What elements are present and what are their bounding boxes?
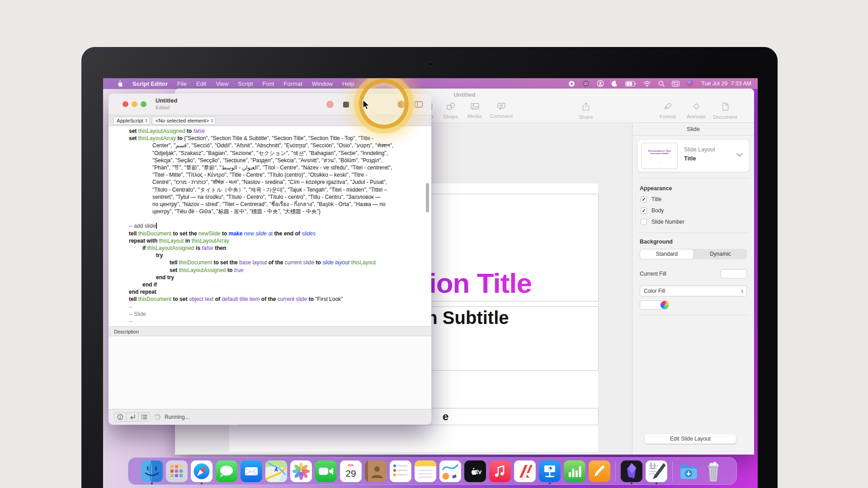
code-line[interactable]: end try bbox=[108, 274, 431, 281]
close-button[interactable] bbox=[123, 101, 128, 107]
battery-icon[interactable] bbox=[625, 81, 636, 87]
color-wheel-icon[interactable] bbox=[660, 301, 669, 309]
menu-item-script-editor[interactable]: Script Editor bbox=[132, 80, 168, 87]
siri-icon[interactable] bbox=[687, 80, 694, 87]
toolbar-animate-button[interactable]: Animate bbox=[682, 102, 711, 119]
dock-icon-downloads[interactable] bbox=[678, 459, 699, 484]
dock-icon-freeform[interactable] bbox=[439, 459, 461, 484]
code-line[interactable]: "Sekcja", "Seção", "Secção", "Secțiune",… bbox=[108, 157, 431, 164]
checkbox[interactable]: ✓ bbox=[641, 207, 647, 214]
code-line[interactable]: set thisLayoutAssigned to false bbox=[108, 127, 431, 135]
code-line[interactable]: -- bbox=[108, 318, 431, 325]
code-line[interactable]: центру", "Tiêu đề - Giữa", "标题 - 居中", "標… bbox=[108, 208, 431, 215]
apple-menu-icon[interactable] bbox=[117, 80, 123, 88]
code-line[interactable]: Centré", "כותרת - מרכז", "शीर्षक - मध्य"… bbox=[108, 178, 431, 186]
control-center-icon[interactable] bbox=[672, 81, 679, 87]
menu-item-edit[interactable]: Edit bbox=[196, 80, 206, 87]
minimize-button[interactable] bbox=[132, 101, 137, 107]
current-fill-swatch[interactable] bbox=[721, 269, 747, 278]
fill-type-select[interactable]: Color Fill ▲▼ bbox=[640, 286, 747, 296]
dock-icon-keynote[interactable] bbox=[539, 459, 561, 484]
segment-standard[interactable]: Standard bbox=[640, 249, 693, 259]
record-button[interactable] bbox=[326, 101, 334, 108]
focus-moon-icon[interactable] bbox=[611, 80, 618, 87]
show-log-button[interactable] bbox=[114, 413, 127, 421]
checkbox-row-slide-number[interactable]: Slide Number bbox=[641, 218, 684, 226]
dock-icon-calendar[interactable]: JUL29 bbox=[340, 459, 362, 484]
code-line[interactable]: -- bbox=[108, 303, 431, 310]
checkbox-row-title[interactable]: ✓Title bbox=[641, 195, 661, 203]
dock-icon-launchpad[interactable] bbox=[166, 459, 188, 484]
dock-icon-notes[interactable] bbox=[415, 459, 436, 484]
dock-icon-news[interactable] bbox=[514, 459, 536, 484]
checkbox[interactable]: ✓ bbox=[641, 196, 647, 202]
creative-cloud-icon[interactable] bbox=[582, 80, 590, 87]
code-line[interactable]: end repeat bbox=[108, 288, 431, 296]
code-line[interactable]: repeat with thisLayout in thisLayoutArra… bbox=[108, 237, 431, 244]
screen-record-icon[interactable] bbox=[568, 80, 575, 87]
menu-item-format[interactable]: Format bbox=[284, 80, 302, 87]
menu-item-window[interactable]: Window bbox=[312, 80, 333, 87]
show-result-button[interactable] bbox=[127, 413, 139, 421]
code-line[interactable]: "Titolo - Centrato", "タイトル（中央）", "제목 - 가… bbox=[108, 186, 431, 193]
dock-icon-tv[interactable]: tv bbox=[464, 459, 486, 484]
dock-icon-script-editor[interactable] bbox=[646, 459, 667, 484]
checkbox-row-body[interactable]: ✓Body bbox=[641, 206, 664, 215]
code-line[interactable]: tell thisDocument to set the base layout… bbox=[108, 259, 431, 266]
toolbar-media-button[interactable]: Media bbox=[460, 102, 489, 119]
code-line[interactable]: по центру", "Názov – stred", "Titel – Ce… bbox=[108, 201, 431, 208]
element-selector-popup[interactable]: <No selected element> ▲▼ bbox=[152, 117, 216, 125]
dock-icon-reminders[interactable] bbox=[390, 459, 411, 484]
dock-icon-trash[interactable] bbox=[703, 459, 724, 484]
menu-item-font[interactable]: Font bbox=[263, 80, 274, 87]
chevron-down-icon[interactable] bbox=[736, 152, 743, 158]
dock-icon-numbers[interactable] bbox=[564, 459, 585, 484]
code-line[interactable]: "Phần", "节", "章節", "章節", "العنوان - الوس… bbox=[108, 164, 431, 171]
dock-icon-finder[interactable] bbox=[141, 459, 163, 484]
menu-item-script[interactable]: Script bbox=[238, 80, 253, 87]
language-popup[interactable]: AppleScript ▲▼ bbox=[113, 117, 150, 125]
dock-icon-pages[interactable] bbox=[589, 459, 610, 484]
search-icon[interactable] bbox=[658, 80, 665, 87]
dock-icon-facetime[interactable] bbox=[315, 459, 337, 484]
code-editor[interactable]: set thisLayoutAssigned to falseset thisL… bbox=[108, 126, 431, 326]
code-line[interactable]: -- add slide bbox=[108, 222, 431, 230]
code-line[interactable]: -- Slide bbox=[108, 310, 431, 318]
menu-item-file[interactable]: File bbox=[177, 80, 187, 87]
code-line[interactable]: sentrert", "Tytuł — na środku", "Título … bbox=[108, 193, 431, 201]
code-line[interactable] bbox=[108, 215, 431, 222]
code-line[interactable]: "Titel - Mitte", "Τίτλος - Κέντρο", "Tit… bbox=[108, 171, 431, 178]
slide-layout-card[interactable]: Presentation Title Presentation Subtitle… bbox=[638, 140, 749, 172]
dock-icon-mail[interactable] bbox=[241, 459, 262, 484]
stop-button[interactable] bbox=[343, 102, 349, 108]
dock-icon-music[interactable] bbox=[489, 459, 511, 484]
description-pane[interactable] bbox=[108, 336, 431, 409]
code-line[interactable]: set thisLayoutArray to {"Section", "Sect… bbox=[108, 135, 431, 142]
dock-icon-obsidian[interactable] bbox=[621, 459, 642, 484]
menu-item-view[interactable]: View bbox=[216, 80, 228, 87]
code-line[interactable]: Center", "قسم", "Secció", "Oddíl", "Afsn… bbox=[108, 142, 431, 149]
compile-button[interactable] bbox=[398, 101, 405, 108]
code-line[interactable]: "Odjeljak", "Szakasz", "Bagian", "Sezion… bbox=[108, 150, 431, 157]
toolbar-comment-button[interactable]: Comment bbox=[487, 102, 516, 119]
wifi-icon[interactable] bbox=[643, 81, 651, 87]
dock-icon-messages[interactable] bbox=[216, 459, 237, 484]
zoom-button[interactable] bbox=[141, 101, 146, 107]
dock-icon-contacts[interactable] bbox=[365, 459, 387, 484]
show-log-list-button[interactable] bbox=[138, 413, 150, 421]
dock-icon-photos[interactable] bbox=[290, 459, 312, 484]
dock-icon-safari[interactable] bbox=[191, 459, 212, 484]
account-icon[interactable] bbox=[597, 80, 604, 87]
toolbar-share-button[interactable]: Share bbox=[571, 102, 600, 120]
background-segmented-control[interactable]: Standard Dynamic bbox=[640, 249, 747, 259]
dock-icon-maps[interactable] bbox=[265, 459, 287, 484]
accessory-panes-button[interactable] bbox=[415, 101, 423, 109]
scrollbar-thumb[interactable] bbox=[426, 183, 429, 212]
segment-dynamic[interactable]: Dynamic bbox=[694, 249, 747, 259]
toolbar-format-button[interactable]: Format bbox=[653, 102, 682, 119]
code-line[interactable]: tell thisDocument to set the newSlide to… bbox=[108, 230, 431, 237]
menu-item-help[interactable]: Help bbox=[342, 80, 354, 87]
checkbox[interactable] bbox=[641, 219, 647, 225]
code-line[interactable]: tell thisDocument to set object text of … bbox=[108, 296, 431, 303]
toolbar-document-button[interactable]: Document bbox=[711, 102, 740, 120]
